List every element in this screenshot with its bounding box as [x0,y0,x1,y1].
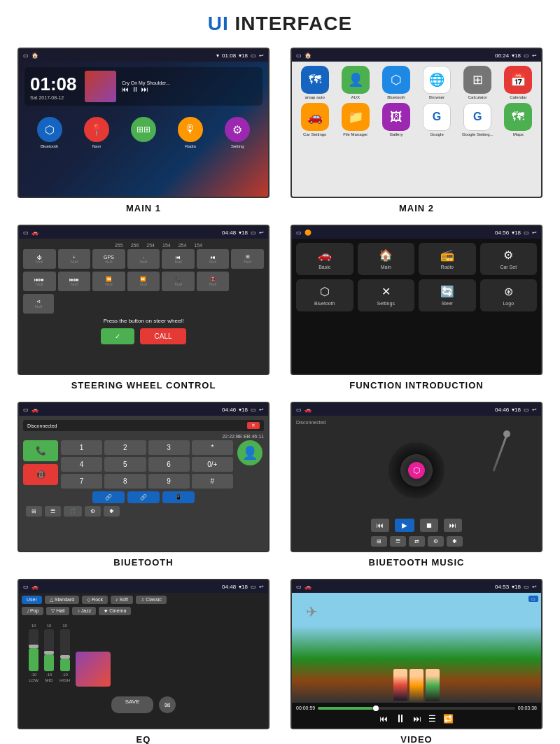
func-bluetooth[interactable]: ⬡ Bluetooth [296,279,354,311]
eq-mode-rock[interactable]: ◇ Rock [82,596,108,604]
steer-btn-extra2[interactable]: ⊲Null [23,294,54,314]
steer-btn-prev[interactable]: ⏮Null [162,249,195,269]
steer-btn-endcall[interactable]: 📵Null [197,272,230,291]
steer-btn-power[interactable]: ⏻Null [23,249,56,269]
steer-btn-extra[interactable]: ⊞Null [231,249,264,269]
cell-steer: ▭🚗 04:48▾18▭↩ 255 256 254 154 254 154 ⏻N… [7,220,280,398]
func-carset[interactable]: ⚙ Car Set [480,243,538,275]
btm-strip-3[interactable]: ⇄ [409,536,425,547]
video-repeat-btn[interactable]: 🔁 [443,714,454,724]
video-next-btn[interactable]: ⏭ [413,714,421,724]
app-radio[interactable]: 🎙 Radio [178,117,203,148]
bt-extra-btn4[interactable]: ⚙ [85,506,101,517]
func-radio[interactable]: 📻 Radio [419,243,476,275]
bt-extra-btn2[interactable]: ☰ [45,506,61,517]
app-menu[interactable]: ⊞⊞ [131,117,156,148]
btm-next[interactable]: ⏭ [444,519,462,532]
bt-unlink-btn[interactable]: 🔗 [127,491,160,503]
bt-end-btn[interactable]: 📵 [23,464,58,485]
app-calc[interactable]: ⊞ Calculator [459,66,496,99]
eq-email-btn[interactable]: ✉ [159,696,176,713]
eq-mode-classic[interactable]: ♫ Classic [136,596,167,604]
steer-btn-ff[interactable]: ⏩Null [127,272,160,291]
app-gallery[interactable]: 🖼 Gallery [377,103,414,136]
bt-key-5[interactable]: 5 [104,457,146,472]
bt-extra-btn1[interactable]: ⊞ [26,506,42,517]
app-maps[interactable]: 🗺 Maps [500,103,537,136]
func-steer[interactable]: 🔄 Steer [419,279,476,311]
steer-btn-vol-down[interactable]: -Null [127,249,160,269]
bt-key-8[interactable]: 8 [104,474,146,489]
app-carsettings[interactable]: 🚗 Car Settings [296,103,333,136]
steer-btn-rew[interactable]: ⏪Null [92,272,125,291]
bt-extra-btn5[interactable]: ✱ [104,506,120,517]
video-btn-row: ⏮ ⏸ ⏭ ☰ 🔁 [296,713,537,725]
bt-key-6[interactable]: 6 [148,457,190,472]
bt-call-btn[interactable]: 📞 [23,440,58,461]
bt-key-hash[interactable]: # [192,474,233,489]
app-amap[interactable]: 🗺 amap auto [296,66,333,99]
btm-stop[interactable]: ⏹ [420,519,438,532]
video-list-btn[interactable]: ☰ [428,714,436,724]
eq-sliders: 10 -10 LOW 10 [29,626,70,682]
bt-key-7[interactable]: 7 [61,474,102,489]
bt-key-4[interactable]: 4 [61,457,102,472]
app-setting[interactable]: ⚙ Setting [225,117,250,148]
eq-mode-cinema[interactable]: ★ Cinema [99,607,131,615]
btm-strip-2[interactable]: ☰ [390,536,406,547]
bt-key-star[interactable]: * [192,440,233,455]
app-google[interactable]: G Google [419,103,456,136]
bt-key-1[interactable]: 1 [61,440,102,455]
func-basic[interactable]: 🚗 Basic [296,243,354,275]
func-logo[interactable]: ⊛ Logo [480,279,538,311]
app-navi[interactable]: 📍 Navi [84,117,109,148]
eq-slider-mid[interactable]: 10 -10 MID [44,624,54,682]
app-browser[interactable]: 🌐 Browser [419,66,456,99]
steer-btn-next[interactable]: ⏭Null [197,249,230,269]
steer-call-btn[interactable]: CALL [140,328,186,344]
btm-strip-5[interactable]: ✱ [447,536,463,547]
eq-mode-hall[interactable]: ▽ Hall [46,607,69,615]
func-main[interactable]: 🏠 Main [358,243,415,275]
steer-btn-gps[interactable]: GPSNull [92,249,125,269]
bt-key-9[interactable]: 9 [148,474,190,489]
bt-key-2[interactable]: 2 [104,440,146,455]
eq-mode-pop[interactable]: ♩ Pop [22,607,43,615]
btm-strip-4[interactable]: ⚙ [428,536,444,547]
func-settings[interactable]: ✕ Settings [358,279,415,311]
eq-mode-jazz[interactable]: ♪ Jazz [72,607,96,615]
steer-btn-back[interactable]: ⏮⏮Null [23,272,56,291]
app-files[interactable]: 📁 File Manager [337,103,374,136]
app-bluetooth[interactable]: ⬡ Bluetooth [37,117,62,148]
video-seekbar[interactable] [318,707,515,710]
btm-prev[interactable]: ⏮ [371,519,389,532]
app-calendar[interactable]: 📅 Calendar [500,66,537,99]
eq-mode-soft[interactable]: ♪ Soft [111,596,133,604]
bt-key-3[interactable]: 3 [148,440,190,455]
btm-strip-1[interactable]: ⊞ [371,536,387,547]
video-prev-btn[interactable]: ⏮ [379,714,388,724]
label-func: FUNCTION INTRODUCTION [349,380,483,391]
app-bt[interactable]: ⬡ Bluetooth [377,66,414,99]
app-googlesetting[interactable]: G Google Setting... [459,103,496,136]
logo-icon: ⊛ [504,285,513,298]
steer-confirm-btn[interactable]: ✓ [101,328,134,344]
eq-mode-user[interactable]: User [22,596,42,604]
screen-video: ▭🚗 04:53▾18▭↩ ✈ ▭ 00:00: [290,579,542,729]
video-play-btn[interactable]: ⏸ [395,713,406,725]
eq-slider-low[interactable]: 10 -10 LOW [29,624,38,682]
steer-btn-call[interactable]: 📞Null [162,272,195,291]
steer-btn-fwd[interactable]: ⏭⏭Null [58,272,91,291]
video-plane-icon: ✈ [306,603,318,620]
bt-extra-btn3[interactable]: 🎵 [64,506,82,517]
steer-btn-vol-up[interactable]: +Null [58,249,91,269]
bt-mobile-btn[interactable]: 📱 [162,491,195,503]
label-bt: BIUETOOTH [113,557,173,568]
eq-slider-high[interactable]: 10 -10 HIGH [59,624,70,682]
app-aux[interactable]: 👤 AUX [337,66,374,99]
btm-play[interactable]: ▶ [395,519,414,532]
eq-mode-standard[interactable]: △ Standard [45,596,79,604]
bt-key-0plus[interactable]: 0/+ [192,457,233,472]
eq-save-btn[interactable]: SAVE [111,696,154,713]
bt-link-btn[interactable]: 🔗 [92,491,125,503]
